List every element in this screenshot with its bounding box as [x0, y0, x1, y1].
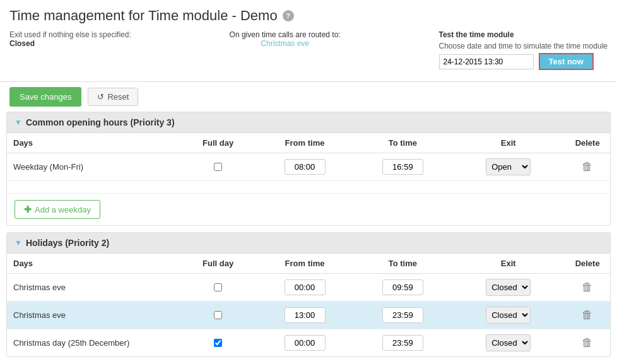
- save-button[interactable]: Save changes: [9, 87, 81, 107]
- hrow-days: Christmas eve: [7, 274, 180, 302]
- hth-fullday: Full day: [180, 254, 256, 274]
- delete-icon[interactable]: 🗑: [582, 160, 593, 173]
- row-days: Weekday (Mon-Fri): [7, 153, 180, 181]
- hrow-exit: Open Closed: [452, 274, 565, 302]
- exit-info: Exit used if nothing else is specified: …: [9, 30, 131, 48]
- holidays-table-header: Days Full day From time To time Exit Del…: [7, 254, 610, 274]
- hth-delete: Delete: [565, 254, 610, 274]
- hfullday-checkbox[interactable]: [214, 283, 222, 291]
- th-fullday: Full day: [180, 133, 256, 153]
- th-from: From time: [256, 133, 353, 153]
- hrow-from: [256, 274, 353, 302]
- table-row: Weekday (Mon-Fri) Open Closed: [7, 153, 610, 181]
- collapse-icon[interactable]: ▼: [15, 118, 22, 127]
- reset-button[interactable]: ↺ Reset: [88, 88, 138, 106]
- help-icon[interactable]: ?: [283, 10, 294, 21]
- plus-icon: ✚: [24, 204, 32, 214]
- hfullday-checkbox[interactable]: [214, 339, 222, 347]
- reset-icon: ↺: [97, 92, 104, 102]
- hfrom-time-input[interactable]: [285, 335, 326, 351]
- th-delete: Delete: [565, 133, 610, 153]
- routing-link[interactable]: Christmas eve: [261, 39, 309, 48]
- hrow-to: [354, 302, 452, 329]
- holidays-section: ▼ Holidays (Priority 2) Days Full day Fr…: [6, 232, 611, 357]
- test-module: Test the time module Choose date and tim…: [439, 30, 608, 70]
- hrow-to: [354, 329, 452, 357]
- hexit-select[interactable]: Open Closed: [486, 279, 531, 296]
- table-row: Christmas day (25th December) Open Close…: [7, 329, 610, 357]
- holidays-collapse-icon[interactable]: ▼: [15, 238, 22, 247]
- holidays-section-title: Holidays (Priority 2): [26, 238, 109, 248]
- hrow-from: [256, 302, 353, 329]
- fullday-checkbox[interactable]: [214, 163, 222, 171]
- test-module-title: Test the time module: [439, 30, 608, 39]
- holidays-table: Days Full day From time To time Exit Del…: [7, 254, 610, 356]
- exit-select[interactable]: Open Closed: [486, 158, 531, 175]
- toolbar: Save changes ↺ Reset: [0, 82, 617, 112]
- hdelete-icon[interactable]: 🗑: [582, 336, 593, 349]
- hto-time-input[interactable]: [382, 335, 423, 351]
- hfullday-checkbox[interactable]: [214, 311, 222, 319]
- row-exit: Open Closed: [452, 153, 565, 181]
- test-module-row: Test now: [439, 53, 608, 70]
- common-section-header: ▼ Common opening hours (Priority 3): [7, 112, 610, 133]
- from-time-input[interactable]: [285, 159, 326, 175]
- title-text: Time management for Time module - Demo: [9, 8, 278, 24]
- hrow-to: [354, 274, 452, 302]
- th-exit: Exit: [452, 133, 565, 153]
- routing-text: On given time calls are routed to:: [230, 30, 341, 39]
- table-row: Christmas eve Open Closed: [7, 274, 610, 302]
- hrow-delete: 🗑: [565, 329, 610, 357]
- empty-row: [7, 181, 610, 194]
- test-now-button[interactable]: Test now: [539, 53, 594, 70]
- hrow-days: Christmas eve: [7, 302, 180, 329]
- routing-info: On given time calls are routed to: Chris…: [230, 30, 341, 48]
- common-table-header: Days Full day From time To time Exit Del…: [7, 133, 610, 153]
- hrow-from: [256, 329, 353, 357]
- holidays-section-header: ▼ Holidays (Priority 2): [7, 233, 610, 254]
- hto-time-input[interactable]: [382, 307, 423, 323]
- common-section-title: Common opening hours (Priority 3): [26, 117, 175, 127]
- hfrom-time-input[interactable]: [285, 279, 326, 295]
- row-from: [256, 153, 353, 181]
- hrow-exit: Open Closed: [452, 302, 565, 329]
- hth-from: From time: [256, 254, 353, 274]
- hth-exit: Exit: [452, 254, 565, 274]
- add-weekday-label: Add a weekday: [35, 205, 91, 214]
- hfrom-time-input[interactable]: [285, 307, 326, 323]
- th-days: Days: [7, 133, 180, 153]
- hrow-fullday: [180, 274, 256, 302]
- common-section: ▼ Common opening hours (Priority 3) Days…: [6, 112, 611, 226]
- meta-row: Exit used if nothing else is specified: …: [9, 30, 608, 70]
- hdelete-icon[interactable]: 🗑: [582, 281, 593, 293]
- test-module-desc: Choose date and time to simulate the tim…: [439, 42, 608, 50]
- hdelete-icon[interactable]: 🗑: [582, 308, 593, 321]
- hrow-fullday: [180, 302, 256, 329]
- th-to: To time: [354, 133, 452, 153]
- hrow-delete: 🗑: [565, 302, 610, 329]
- hto-time-input[interactable]: [382, 279, 423, 295]
- hexit-select[interactable]: Open Closed: [486, 334, 531, 351]
- row-delete: 🗑: [565, 153, 610, 181]
- row-fullday: [180, 153, 256, 181]
- row-to: [354, 153, 452, 181]
- page-title: Time management for Time module - Demo ?: [9, 8, 608, 24]
- hth-days: Days: [7, 254, 180, 274]
- hexit-select[interactable]: Open Closed: [486, 307, 531, 324]
- hrow-exit: Open Closed: [452, 329, 565, 357]
- hth-to: To time: [354, 254, 452, 274]
- exit-value: Closed: [9, 39, 35, 48]
- exit-label: Exit used if nothing else is specified:: [9, 30, 131, 39]
- add-weekday-button[interactable]: ✚ Add a weekday: [15, 200, 100, 219]
- hrow-fullday: [180, 329, 256, 357]
- test-date-input[interactable]: [439, 54, 534, 69]
- hrow-days: Christmas day (25th December): [7, 329, 180, 357]
- common-table: Days Full day From time To time Exit Del…: [7, 133, 610, 194]
- page-header: Time management for Time module - Demo ?…: [0, 0, 617, 82]
- table-row: Christmas eve Open Closed: [7, 302, 610, 329]
- hrow-delete: 🗑: [565, 274, 610, 302]
- to-time-input[interactable]: [382, 159, 423, 175]
- reset-label: Reset: [107, 92, 129, 102]
